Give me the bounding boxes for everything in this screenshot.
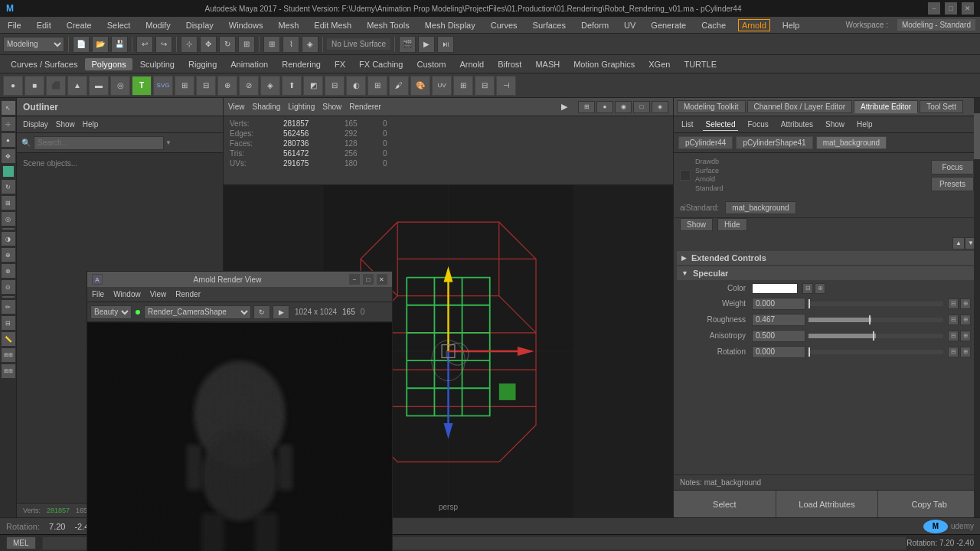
- tb-move[interactable]: ✥: [200, 36, 217, 53]
- tool-grid-ul2[interactable]: ⊞⊞: [2, 364, 15, 378]
- close-button[interactable]: ✕: [962, 2, 974, 15]
- tb-undo[interactable]: ↩: [136, 36, 153, 53]
- attr-input-roughness[interactable]: [752, 314, 805, 326]
- module-fx-caching[interactable]: FX Caching: [353, 58, 409, 70]
- arnold-refresh[interactable]: ↻: [253, 305, 270, 319]
- tb-open[interactable]: 📂: [92, 36, 109, 53]
- module-arnold[interactable]: Arnold: [453, 58, 490, 70]
- subtab-list[interactable]: List: [678, 119, 697, 130]
- module-bifrost[interactable]: Bifrost: [492, 58, 528, 70]
- load-attributes-button[interactable]: Load Attributes: [776, 491, 879, 517]
- menu-file[interactable]: File: [5, 19, 24, 31]
- tool-cluster[interactable]: ⊙: [2, 280, 15, 294]
- attr-input-rotation[interactable]: [752, 346, 805, 358]
- module-rendering[interactable]: Rendering: [276, 58, 327, 70]
- outliner-menu-show[interactable]: Show: [56, 120, 75, 129]
- tb-rotate[interactable]: ↻: [219, 36, 236, 53]
- module-animation[interactable]: Animation: [224, 58, 274, 70]
- subtab-focus[interactable]: Focus: [744, 119, 771, 130]
- menu-mesh[interactable]: Mesh: [275, 19, 302, 31]
- workspace-value[interactable]: Modeling - Standard: [897, 19, 975, 31]
- section-extended-controls[interactable]: ▶ Extended Controls: [677, 251, 977, 265]
- shelf-icon-torus[interactable]: ◎: [110, 76, 130, 96]
- tool-move[interactable]: ✥: [2, 149, 15, 163]
- attr-weight-icon1[interactable]: ⊟: [948, 298, 959, 309]
- shelf-icon-extrude[interactable]: ⬆: [282, 76, 302, 96]
- outliner-menu-help[interactable]: Help: [83, 120, 99, 129]
- vp-tb1[interactable]: ⊞: [578, 101, 595, 113]
- shelf-icon-combine[interactable]: ⊞: [175, 76, 194, 96]
- tool-paint[interactable]: ✏: [2, 300, 15, 314]
- node-pcylindershape41[interactable]: pCylinderShape41: [736, 136, 812, 149]
- arnold-menu-window[interactable]: Window: [113, 290, 141, 298]
- shelf-icon-smooth[interactable]: ⊘: [239, 76, 259, 96]
- menu-mesh-display[interactable]: Mesh Display: [422, 19, 479, 31]
- tab-modeling-toolkit[interactable]: Modeling Toolkit: [677, 100, 746, 113]
- module-fx[interactable]: FX: [328, 58, 351, 70]
- shelf-icon-sculpt[interactable]: 🖌: [389, 76, 409, 96]
- attr-slider-anisotropy[interactable]: [808, 334, 943, 338]
- shelf-icon-cube[interactable]: ■: [24, 76, 44, 96]
- presets-button[interactable]: Presets: [931, 177, 974, 191]
- arnold-close[interactable]: ✕: [377, 274, 387, 285]
- tb-scale[interactable]: ⊞: [238, 36, 255, 53]
- shelf-icon-bevel[interactable]: ◩: [303, 76, 323, 96]
- tb-select[interactable]: ⊹: [181, 36, 198, 53]
- module-custom[interactable]: Custom: [411, 58, 452, 70]
- menu-help[interactable]: Help: [779, 19, 803, 31]
- attr-color-swatch[interactable]: [752, 283, 798, 294]
- module-rigging[interactable]: Rigging: [182, 58, 223, 70]
- shelf-icon-bridge[interactable]: ⊟: [325, 76, 345, 96]
- tb-new[interactable]: 📄: [73, 36, 90, 53]
- viewport-expand[interactable]: ▶: [561, 102, 567, 112]
- menu-select[interactable]: Select: [104, 19, 134, 31]
- node-pcylinder44[interactable]: pCylinder44: [678, 136, 733, 149]
- attr-slider-rotation[interactable]: [808, 350, 943, 354]
- vp-tb5[interactable]: ◈: [652, 101, 668, 113]
- arnold-beauty-select[interactable]: Beauty: [90, 305, 132, 319]
- subtab-attributes[interactable]: Attributes: [778, 119, 816, 130]
- module-polygons[interactable]: Polygons: [85, 58, 132, 70]
- shelf-icon-fill-hole[interactable]: ◐: [346, 76, 366, 96]
- shelf-icon-text[interactable]: T: [132, 76, 152, 96]
- tb-snap-curve[interactable]: ⌇: [283, 36, 299, 53]
- shelf-icon-paint-weights[interactable]: 🎨: [410, 76, 430, 96]
- subtab-help[interactable]: Help: [854, 119, 876, 130]
- shelf-icon-boolean[interactable]: ⊕: [217, 76, 237, 96]
- menu-windows[interactable]: Windows: [226, 19, 266, 31]
- attr-slider-roughness[interactable]: [808, 318, 943, 322]
- module-turtle[interactable]: TURTLE: [678, 58, 723, 70]
- attr-color-icon2[interactable]: ⊕: [815, 283, 825, 294]
- maximize-button[interactable]: □: [945, 2, 957, 15]
- copy-tab-button[interactable]: Copy Tab: [878, 491, 980, 517]
- module-motion-graphics[interactable]: Motion Graphics: [567, 58, 641, 70]
- tool-soft-mod[interactable]: ◑: [2, 232, 15, 246]
- shelf-icon-remesh[interactable]: ◈: [260, 76, 280, 96]
- attr-rotation-icon1[interactable]: ⊟: [948, 347, 959, 357]
- focus-button[interactable]: Focus: [931, 160, 974, 174]
- mel-tab[interactable]: MEL: [6, 536, 36, 549]
- tool-rotate[interactable]: ↻: [2, 180, 15, 194]
- menu-deform[interactable]: Deform: [578, 19, 612, 31]
- menu-display[interactable]: Display: [183, 19, 217, 31]
- tab-attribute-editor[interactable]: Attribute Editor: [854, 100, 918, 113]
- menu-uv[interactable]: UV: [621, 19, 639, 31]
- outliner-menu-display[interactable]: Display: [23, 120, 48, 129]
- viewport-menu-lighting[interactable]: Lighting: [288, 103, 315, 111]
- tool-lasso[interactable]: ⊹: [2, 117, 15, 131]
- tb-save[interactable]: 💾: [111, 36, 128, 53]
- attr-input-weight[interactable]: [752, 298, 805, 310]
- shelf-icon-cylinder[interactable]: ⬛: [46, 76, 66, 96]
- section-specular[interactable]: ▼ Specular: [677, 266, 977, 280]
- attr-rotation-icon2[interactable]: ⊕: [960, 347, 971, 357]
- arnold-menu-render[interactable]: Render: [175, 290, 201, 298]
- search-input[interactable]: [34, 136, 164, 150]
- mode-select[interactable]: Modeling: [3, 37, 64, 52]
- module-mash[interactable]: MASH: [529, 58, 566, 70]
- tb-render-settings[interactable]: 🎬: [399, 36, 416, 53]
- shelf-icon-mirror[interactable]: ⊣: [496, 76, 516, 96]
- menu-edit[interactable]: Edit: [34, 19, 54, 31]
- node-mat-background[interactable]: mat_background: [816, 136, 887, 149]
- tool-squash[interactable]: ⊗: [2, 264, 15, 278]
- shelf-icon-svg[interactable]: SVG: [153, 76, 173, 96]
